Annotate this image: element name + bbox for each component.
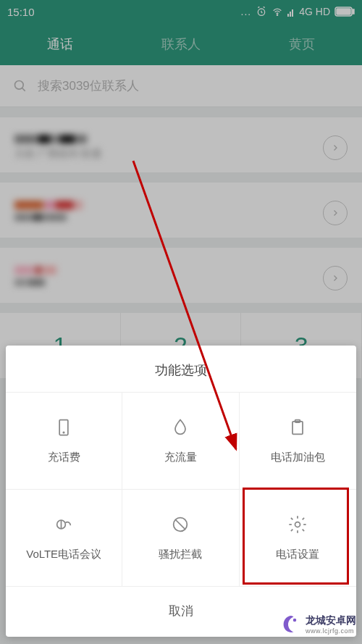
option-topup-phone[interactable]: 充话费 <box>6 392 122 489</box>
watermark: 龙城安卓网 www.lcjrfg.com <box>279 614 356 635</box>
option-volte[interactable]: VoLTE电话会议 <box>6 489 122 586</box>
option-settings[interactable]: 电话设置 <box>240 489 356 586</box>
gear-icon <box>287 514 308 535</box>
svg-point-10 <box>63 432 64 432</box>
action-sheet: 功能选项 充话费 充流量 电话加油包 VoLTE电话会议 骚扰拦截 电话设置 取… <box>6 346 356 637</box>
svg-point-17 <box>293 619 297 622</box>
option-booster[interactable]: 电话加油包 <box>240 392 356 489</box>
drop-icon <box>170 417 190 438</box>
option-block[interactable]: 骚扰拦截 <box>122 489 239 586</box>
svg-rect-11 <box>292 422 303 435</box>
tablet-icon <box>54 417 74 438</box>
clipboard-icon <box>287 417 308 438</box>
option-topup-data[interactable]: 充流量 <box>122 392 239 489</box>
mic-icon <box>54 514 74 535</box>
watermark-logo-icon <box>279 614 301 635</box>
sheet-title: 功能选项 <box>6 346 356 392</box>
svg-point-15 <box>295 522 300 527</box>
nosign-icon <box>170 514 190 535</box>
